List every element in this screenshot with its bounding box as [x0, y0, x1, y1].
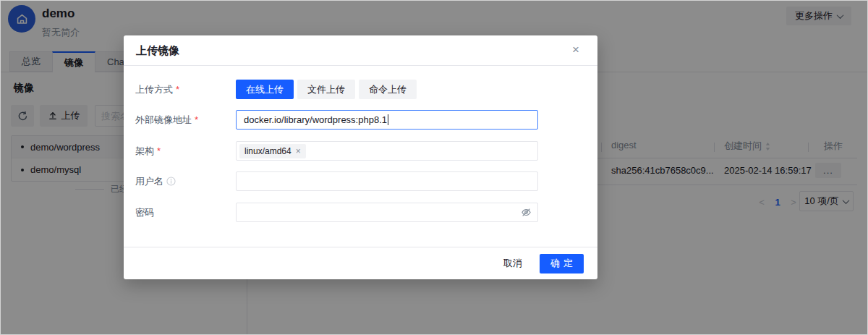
arch-tag: linux/amd64 ×	[239, 144, 306, 158]
modal-title: 上传镜像	[136, 35, 179, 66]
password-input[interactable]	[236, 203, 538, 222]
form-row-username: 用户名	[124, 171, 597, 191]
modal-footer: 取消 确定	[124, 247, 597, 279]
method-option-file[interactable]: 文件上传	[297, 80, 355, 99]
method-label: 上传方式*	[135, 80, 179, 99]
text-cursor	[388, 114, 388, 125]
arch-tag-label: linux/amd64	[244, 146, 292, 156]
cancel-button[interactable]: 取消	[503, 257, 522, 270]
form-row-method: 上传方式* 在线上传 文件上传 命令上传	[124, 80, 597, 99]
required-asterisk: *	[157, 141, 161, 161]
username-input[interactable]	[236, 171, 538, 191]
method-option-online[interactable]: 在线上传	[236, 80, 294, 99]
external-image-address-input[interactable]: docker.io/library/wordpress:php8.1	[236, 110, 538, 130]
required-asterisk: *	[195, 110, 198, 130]
form-row-arch: 架构* linux/amd64 ×	[124, 141, 597, 161]
architecture-tag-input[interactable]: linux/amd64 ×	[236, 141, 538, 161]
required-asterisk: *	[176, 80, 179, 99]
close-icon[interactable]: ×	[567, 41, 584, 59]
username-label: 用户名	[135, 171, 176, 191]
method-segmented-control: 在线上传 文件上传 命令上传	[236, 80, 538, 99]
modal-header: 上传镜像 ×	[124, 35, 597, 66]
eye-off-icon[interactable]	[521, 207, 532, 218]
form-row-password: 密码	[124, 203, 597, 222]
address-label: 外部镜像地址*	[135, 110, 198, 130]
method-option-command[interactable]: 命令上传	[359, 80, 417, 99]
info-icon	[166, 177, 176, 186]
address-value: docker.io/library/wordpress:php8.1	[244, 114, 387, 125]
upload-image-modal: 上传镜像 × 上传方式* 在线上传 文件上传 命令上传 外部镜像地址* dock…	[124, 35, 597, 279]
screen: demo 暂无简介 更多操作 总览 镜像 Char 镜像	[0, 0, 868, 335]
tag-remove-icon[interactable]: ×	[296, 147, 301, 156]
form-row-address: 外部镜像地址* docker.io/library/wordpress:php8…	[124, 110, 597, 130]
confirm-button[interactable]: 确定	[540, 254, 584, 273]
arch-label: 架构*	[135, 141, 161, 161]
password-label: 密码	[135, 203, 154, 222]
